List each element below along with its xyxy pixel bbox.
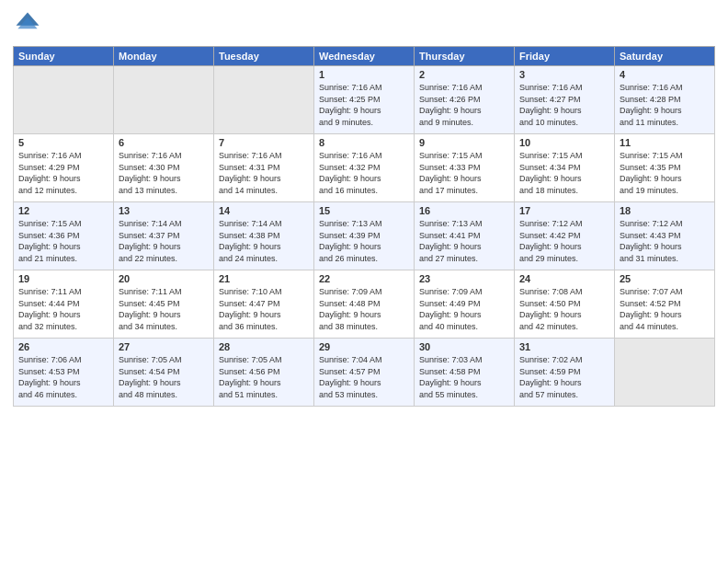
col-header-saturday: Saturday	[615, 47, 715, 66]
cell-text-line: Sunset: 4:27 PM	[519, 94, 609, 106]
cell-text-line: Daylight: 9 hours	[620, 241, 710, 253]
page: SundayMondayTuesdayWednesdayThursdayFrid…	[0, 0, 728, 563]
cell-text-line: and 40 minutes.	[419, 321, 509, 333]
calendar-cell: 23Sunrise: 7:09 AMSunset: 4:49 PMDayligh…	[415, 270, 515, 339]
cell-text-line: Sunset: 4:52 PM	[620, 298, 710, 310]
cell-text-line: Sunset: 4:45 PM	[119, 298, 209, 310]
cell-text-line: Sunset: 4:39 PM	[319, 230, 409, 242]
cell-text-line: Sunset: 4:47 PM	[219, 298, 309, 310]
cell-text-line: Daylight: 9 hours	[519, 105, 609, 117]
calendar-cell	[615, 339, 715, 407]
cell-text-line: Daylight: 9 hours	[620, 105, 710, 117]
calendar-cell: 20Sunrise: 7:11 AMSunset: 4:45 PMDayligh…	[114, 270, 214, 339]
calendar-cell	[214, 66, 314, 134]
day-number: 13	[119, 205, 209, 216]
cell-text-line: and 16 minutes.	[319, 185, 409, 197]
calendar-cell: 25Sunrise: 7:07 AMSunset: 4:52 PMDayligh…	[615, 270, 715, 339]
day-number: 9	[419, 137, 509, 148]
cell-text-line: Daylight: 9 hours	[319, 309, 409, 321]
day-number: 22	[319, 273, 409, 284]
cell-text-line: and 18 minutes.	[519, 185, 609, 197]
day-number: 4	[620, 69, 710, 80]
header	[13, 9, 715, 39]
cell-text-line: and 12 minutes.	[18, 185, 108, 197]
cell-text-line: Daylight: 9 hours	[18, 309, 108, 321]
cell-text-line: Sunset: 4:42 PM	[519, 230, 609, 242]
cell-text-line: Sunset: 4:35 PM	[620, 162, 710, 174]
header-row: SundayMondayTuesdayWednesdayThursdayFrid…	[14, 47, 715, 66]
calendar-cell: 12Sunrise: 7:15 AMSunset: 4:36 PMDayligh…	[14, 202, 114, 270]
cell-text-line: and 24 minutes.	[219, 253, 309, 265]
cell-text-line: Sunrise: 7:05 AM	[119, 354, 209, 366]
cell-text-line: Sunset: 4:37 PM	[119, 230, 209, 242]
cell-text-line: Sunset: 4:30 PM	[119, 162, 209, 174]
cell-text-line: and 53 minutes.	[319, 389, 409, 401]
cell-text-line: Sunset: 4:53 PM	[18, 366, 108, 378]
cell-text-line: Sunrise: 7:16 AM	[620, 82, 710, 94]
day-number: 3	[519, 69, 609, 80]
cell-text-line: Sunrise: 7:15 AM	[620, 150, 710, 162]
cell-text-line: and 14 minutes.	[219, 185, 309, 197]
calendar-cell: 16Sunrise: 7:13 AMSunset: 4:41 PMDayligh…	[415, 202, 515, 270]
col-header-tuesday: Tuesday	[214, 47, 314, 66]
cell-text-line: Sunset: 4:34 PM	[519, 162, 609, 174]
cell-text-line: Sunrise: 7:14 AM	[219, 218, 309, 230]
cell-text-line: Sunrise: 7:10 AM	[219, 286, 309, 298]
cell-text-line: Sunset: 4:25 PM	[319, 94, 409, 106]
cell-text-line: Daylight: 9 hours	[319, 105, 409, 117]
cell-text-line: Daylight: 9 hours	[319, 173, 409, 185]
day-number: 8	[319, 137, 409, 148]
day-number: 6	[119, 137, 209, 148]
cell-text-line: Sunrise: 7:15 AM	[18, 218, 108, 230]
cell-text-line: Sunrise: 7:02 AM	[519, 354, 609, 366]
calendar-cell: 4Sunrise: 7:16 AMSunset: 4:28 PMDaylight…	[615, 66, 715, 134]
day-number: 16	[419, 205, 509, 216]
cell-text-line: Sunrise: 7:12 AM	[519, 218, 609, 230]
cell-text-line: Daylight: 9 hours	[119, 309, 209, 321]
col-header-monday: Monday	[114, 47, 214, 66]
cell-text-line: Daylight: 9 hours	[219, 377, 309, 389]
cell-text-line: Daylight: 9 hours	[219, 309, 309, 321]
cell-text-line: and 34 minutes.	[119, 321, 209, 333]
cell-text-line: and 13 minutes.	[119, 185, 209, 197]
calendar-cell	[14, 66, 114, 134]
cell-text-line: and 44 minutes.	[620, 321, 710, 333]
cell-text-line: Sunset: 4:56 PM	[219, 366, 309, 378]
day-number: 10	[519, 137, 609, 148]
cell-text-line: Daylight: 9 hours	[219, 241, 309, 253]
calendar-cell: 27Sunrise: 7:05 AMSunset: 4:54 PMDayligh…	[114, 339, 214, 407]
calendar-cell: 15Sunrise: 7:13 AMSunset: 4:39 PMDayligh…	[314, 202, 415, 270]
cell-text-line: Sunrise: 7:16 AM	[519, 82, 609, 94]
calendar-cell: 21Sunrise: 7:10 AMSunset: 4:47 PMDayligh…	[214, 270, 314, 339]
logo	[13, 9, 46, 39]
cell-text-line: Sunset: 4:54 PM	[119, 366, 209, 378]
cell-text-line: Sunset: 4:32 PM	[319, 162, 409, 174]
cell-text-line: Sunrise: 7:08 AM	[519, 286, 609, 298]
cell-text-line: Daylight: 9 hours	[319, 241, 409, 253]
cell-text-line: Sunset: 4:28 PM	[620, 94, 710, 106]
week-row-5: 26Sunrise: 7:06 AMSunset: 4:53 PMDayligh…	[14, 339, 715, 407]
cell-text-line: Sunrise: 7:16 AM	[219, 150, 309, 162]
cell-text-line: and 29 minutes.	[519, 253, 609, 265]
calendar-cell: 28Sunrise: 7:05 AMSunset: 4:56 PMDayligh…	[214, 339, 314, 407]
cell-text-line: Sunset: 4:48 PM	[319, 298, 409, 310]
calendar-table: SundayMondayTuesdayWednesdayThursdayFrid…	[13, 46, 715, 407]
calendar-cell: 30Sunrise: 7:03 AMSunset: 4:58 PMDayligh…	[415, 339, 515, 407]
cell-text-line: and 38 minutes.	[319, 321, 409, 333]
calendar-cell: 24Sunrise: 7:08 AMSunset: 4:50 PMDayligh…	[515, 270, 615, 339]
day-number: 15	[319, 205, 409, 216]
calendar-cell: 14Sunrise: 7:14 AMSunset: 4:38 PMDayligh…	[214, 202, 314, 270]
cell-text-line: Sunset: 4:41 PM	[419, 230, 509, 242]
cell-text-line: Sunrise: 7:11 AM	[119, 286, 209, 298]
cell-text-line: Sunrise: 7:09 AM	[319, 286, 409, 298]
calendar-cell: 3Sunrise: 7:16 AMSunset: 4:27 PMDaylight…	[515, 66, 615, 134]
cell-text-line: Sunrise: 7:11 AM	[18, 286, 108, 298]
cell-text-line: and 55 minutes.	[419, 389, 509, 401]
cell-text-line: Sunrise: 7:16 AM	[419, 82, 509, 94]
cell-text-line: and 22 minutes.	[119, 253, 209, 265]
cell-text-line: Sunrise: 7:12 AM	[620, 218, 710, 230]
cell-text-line: Daylight: 9 hours	[119, 173, 209, 185]
cell-text-line: Sunrise: 7:15 AM	[519, 150, 609, 162]
cell-text-line: and 10 minutes.	[519, 117, 609, 129]
cell-text-line: Sunset: 4:26 PM	[419, 94, 509, 106]
